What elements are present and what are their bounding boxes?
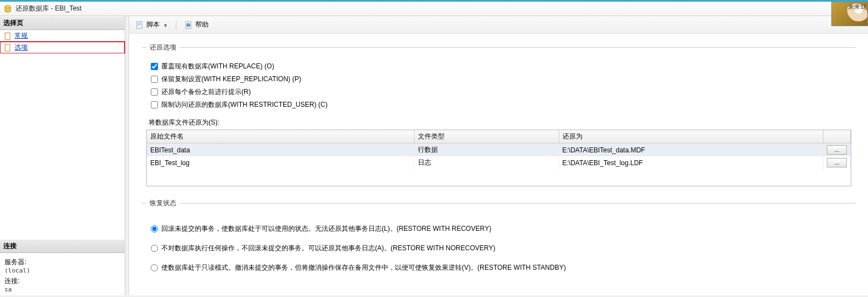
chk-restricted-row[interactable]: 限制访问还原的数据库(WITH RESTRICTED_USER) (C): [146, 98, 851, 111]
chk-keep-replication-row[interactable]: 保留复制设置(WITH KEEP_REPLICATION) (P): [146, 73, 851, 86]
cell-type: 日志: [414, 156, 559, 169]
recovery-state-group: 恢复状态 回滚未提交的事务，使数据库处于可以使用的状态。无法还原其他事务日志(L…: [142, 199, 856, 285]
dropdown-arrow-icon[interactable]: [162, 21, 168, 29]
conn-label: 连接:: [4, 276, 120, 286]
conn-value: sa: [4, 286, 120, 293]
chk-restricted[interactable]: [151, 101, 158, 108]
browse-button[interactable]: ...: [827, 158, 847, 167]
toolbar: 脚本 ? 帮助: [125, 16, 868, 34]
recovery-state-legend: 恢复状态: [146, 199, 180, 208]
server-value: (local): [4, 267, 120, 274]
chk-overwrite-label: 覆盖现有数据库(WITH REPLACE) (O): [161, 62, 274, 71]
page-icon: [3, 43, 12, 52]
chk-overwrite[interactable]: [151, 63, 158, 70]
browse-button[interactable]: ...: [827, 145, 847, 155]
script-button[interactable]: 脚本: [133, 19, 170, 31]
radio-recovery[interactable]: [151, 225, 158, 232]
connection-header: 连接: [0, 239, 125, 253]
window-title: 还原数据库 - EBI_Test: [16, 4, 82, 13]
radio-recovery-label: 回滚未提交的事务，使数据库处于可以使用的状态。无法还原其他事务日志(L)。(RE…: [161, 224, 491, 234]
cell-restoreas[interactable]: E:\DATA\EBI_Test_log.LDF: [559, 156, 823, 169]
files-table-wrap: 原始文件名 文件类型 还原为 EBITest_data 行数据: [146, 130, 851, 186]
toolbar-divider: [176, 20, 176, 30]
chk-restricted-label: 限制访问还原的数据库(WITH RESTRICTED_USER) (C): [161, 100, 328, 110]
radio-recovery-row[interactable]: 回滚未提交的事务，使数据库处于可以使用的状态。无法还原其他事务日志(L)。(RE…: [146, 222, 851, 235]
nav-item-general[interactable]: 常规: [0, 30, 125, 42]
page-icon: [3, 32, 12, 41]
radio-standby[interactable]: [151, 264, 158, 271]
radio-standby-row[interactable]: 使数据库处于只读模式。撤消未提交的事务，但将撤消操作保存在备用文件中，以便可使恢…: [146, 261, 851, 274]
nav-label-options: 选项: [14, 43, 28, 52]
radio-standby-label: 使数据库处于只读模式。撤消未提交的事务，但将撤消操作保存在备用文件中，以便可使恢…: [161, 263, 566, 273]
radio-norecovery[interactable]: [151, 245, 158, 252]
radio-norecovery-label: 不对数据库执行任何操作，不回滚未提交的事务。可以还原其他事务日志(A)。(RES…: [161, 244, 495, 253]
svg-text:?: ?: [188, 23, 189, 27]
cell-restoreas[interactable]: E:\DATA\EBITest_data.MDF: [559, 143, 823, 157]
svg-point-1: [5, 6, 11, 8]
cell-type: 行数据: [414, 143, 559, 157]
server-label: 服务器:: [4, 258, 120, 267]
title-bar: 还原数据库 - EBI_Test: [0, 2, 868, 16]
help-button[interactable]: ? 帮助: [182, 19, 211, 31]
col-type-header[interactable]: 文件类型: [414, 130, 559, 143]
restore-options-group: 还原选项 覆盖现有数据库(WITH REPLACE) (O) 保留复制设置(WI…: [142, 43, 856, 191]
cell-orig: EBI_Test_log: [147, 156, 414, 169]
help-icon: ?: [184, 21, 193, 29]
nav-item-options[interactable]: 选项: [0, 42, 125, 53]
table-row[interactable]: EBI_Test_log 日志 E:\DATA\EBI_Test_log.LDF…: [147, 156, 851, 169]
help-label: 帮助: [195, 20, 209, 29]
script-label: 脚本: [146, 20, 160, 29]
chk-prompt-each[interactable]: [151, 88, 158, 96]
radio-norecovery-row[interactable]: 不对数据库执行任何操作，不回滚未提交的事务。可以还原其他事务日志(A)。(RES…: [146, 242, 851, 255]
files-restore-label: 将数据库文件还原为(S):: [149, 118, 851, 127]
table-row[interactable]: EBITest_data 行数据 E:\DATA\EBITest_data.MD…: [147, 143, 851, 157]
script-icon: [135, 21, 144, 29]
restore-options-legend: 还原选项: [146, 43, 180, 52]
svg-rect-4: [137, 22, 142, 28]
col-restoreas-header[interactable]: 还原为: [559, 130, 823, 143]
cell-orig: EBITest_data: [147, 143, 414, 157]
col-orig-header[interactable]: 原始文件名: [147, 130, 414, 143]
corner-label: 未来1(: [848, 3, 866, 11]
chk-keep-replication[interactable]: [151, 76, 158, 83]
chk-prompt-each-row[interactable]: 还原每个备份之前进行提示(R): [146, 86, 851, 98]
database-icon: [3, 4, 12, 13]
nav-label-general: 常规: [14, 31, 28, 41]
left-pane: 选择页 常规 选项 连接 服务器: (local: [0, 16, 125, 295]
select-page-header: 选择页: [0, 16, 125, 30]
chk-keep-replication-label: 保留复制设置(WITH KEEP_REPLICATION) (P): [161, 75, 301, 84]
chk-overwrite-row[interactable]: 覆盖现有数据库(WITH REPLACE) (O): [146, 60, 851, 73]
chk-prompt-each-label: 还原每个备份之前进行提示(R): [161, 87, 251, 97]
files-table: 原始文件名 文件类型 还原为 EBITest_data 行数据: [147, 130, 851, 186]
